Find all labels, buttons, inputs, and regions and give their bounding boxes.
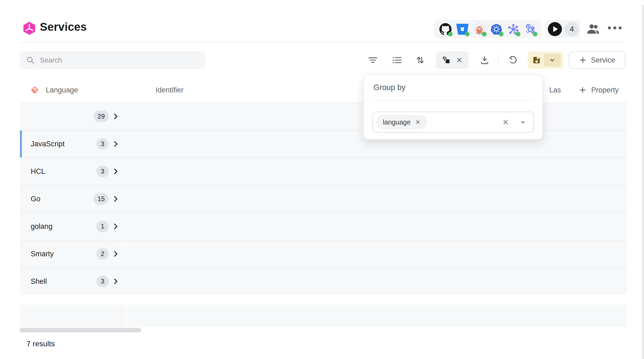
chevron-down-icon[interactable] — [519, 119, 526, 126]
kubernetes-integration-icon[interactable] — [490, 23, 502, 35]
group-cell[interactable]: golang 1 — [20, 213, 125, 240]
group-row-rest — [125, 240, 627, 267]
select-actions — [502, 119, 526, 126]
group-row-rest — [125, 268, 627, 295]
group-count-badge: 3 — [96, 275, 109, 287]
group-row[interactable]: golang 1 — [20, 212, 627, 240]
search-bar[interactable] — [20, 51, 205, 69]
filter-button[interactable] — [364, 51, 382, 69]
group-cell[interactable]: Go 15 — [20, 185, 125, 212]
plus-icon — [579, 86, 586, 94]
reset-button[interactable] — [505, 51, 522, 69]
status-dot-green — [516, 32, 520, 36]
group-count-badge: 29 — [93, 111, 109, 122]
group-label: HCL — [31, 167, 45, 176]
add-service-label: Service — [591, 56, 615, 64]
blueprint-cube-icon — [23, 22, 36, 35]
group-row-rest — [125, 158, 627, 185]
search-input[interactable] — [39, 56, 191, 65]
clear-select-icon[interactable] — [502, 119, 509, 126]
git-icon — [30, 85, 40, 95]
column-label: Las — [549, 86, 561, 94]
integrations-status-bar[interactable] — [434, 20, 542, 38]
group-row-rest — [125, 185, 627, 212]
header-divider — [20, 42, 624, 43]
chip-label: language — [383, 118, 411, 126]
group-count-badge: 1 — [96, 220, 109, 232]
save-options-caret[interactable] — [544, 54, 561, 67]
status-dot-green — [465, 32, 470, 36]
list-view-button[interactable] — [388, 51, 406, 69]
status-dot-green — [448, 32, 453, 36]
search-icon — [26, 56, 34, 64]
group-by-select[interactable]: language — [372, 112, 534, 133]
dot-icon — [619, 26, 622, 29]
add-property-label: Property — [591, 86, 619, 94]
group-cell[interactable]: 29 — [20, 103, 125, 130]
github-integration-icon[interactable] — [439, 23, 452, 35]
group-count-badge: 15 — [93, 193, 109, 205]
group-row-rest — [125, 213, 627, 240]
group-count-badge: 3 — [96, 165, 109, 177]
status-dot-green — [482, 32, 486, 36]
page-title: Services — [40, 20, 87, 33]
expand-chevron-icon[interactable] — [112, 140, 119, 147]
vertical-scrollbar[interactable] — [643, 5, 643, 359]
services-page: Services 4 — [0, 0, 644, 359]
status-dot-green — [533, 32, 537, 36]
hub-integration-icon[interactable] — [507, 23, 519, 35]
bitbucket-integration-icon[interactable] — [456, 23, 468, 35]
runs-count-badge: 4 — [565, 22, 579, 36]
add-property-button[interactable]: Property — [579, 79, 619, 101]
group-cell[interactable]: JavaScript 3 — [20, 130, 125, 157]
expand-chevron-icon[interactable] — [112, 223, 119, 230]
partial-row-right — [126, 305, 627, 327]
runs-indicator[interactable]: 4 — [545, 20, 580, 38]
play-icon[interactable] — [548, 22, 562, 36]
group-label: Shell — [31, 277, 47, 286]
group-row[interactable]: Smarty 2 — [20, 240, 627, 267]
status-dot-green — [499, 32, 503, 36]
column-label: Identifier — [156, 86, 184, 94]
group-label: Go — [31, 195, 40, 203]
group-count-badge: 2 — [96, 248, 109, 260]
group-by-popover: Group by language — [363, 74, 543, 140]
argocd-integration-icon[interactable] — [473, 23, 485, 35]
clear-group-by-icon[interactable] — [456, 57, 463, 64]
users-button[interactable] — [586, 22, 600, 36]
group-row[interactable]: Go 15 — [20, 185, 627, 212]
column-header-last-truncated[interactable]: Las — [549, 79, 562, 101]
expand-chevron-icon[interactable] — [112, 278, 119, 285]
popover-title: Group by — [373, 83, 405, 92]
popover-divider — [373, 100, 533, 101]
group-label: Smarty — [31, 250, 54, 258]
workflows-integration-icon[interactable] — [524, 23, 536, 35]
remove-chip-icon[interactable] — [415, 119, 421, 125]
download-button[interactable] — [476, 51, 493, 69]
column-header-identifier[interactable]: Identifier — [156, 79, 184, 101]
plus-icon — [579, 56, 587, 64]
sort-button[interactable] — [412, 51, 429, 69]
group-by-button[interactable] — [436, 51, 469, 69]
column-label: Language — [46, 86, 78, 94]
expand-chevron-icon[interactable] — [112, 113, 119, 120]
more-options-button[interactable] — [608, 26, 622, 29]
group-cell[interactable]: HCL 3 — [20, 158, 125, 185]
group-row[interactable]: HCL 3 — [20, 157, 627, 185]
expand-chevron-icon[interactable] — [112, 168, 119, 175]
save-view-button[interactable] — [528, 51, 563, 69]
dot-icon — [608, 26, 611, 29]
horizontal-scrollbar[interactable] — [20, 328, 141, 332]
group-cell[interactable]: Smarty 2 — [20, 240, 125, 267]
group-row[interactable]: Shell 3 — [20, 267, 627, 295]
group-cell[interactable]: Shell 3 — [20, 268, 125, 295]
add-service-button[interactable]: Service — [569, 51, 625, 69]
expand-chevron-icon[interactable] — [112, 250, 119, 257]
save-icon — [532, 55, 541, 65]
expand-chevron-icon[interactable] — [112, 195, 119, 202]
column-header-language[interactable]: Language — [30, 79, 78, 101]
group-by-chip[interactable]: language — [376, 115, 427, 129]
group-label: JavaScript — [31, 140, 65, 148]
group-label: golang — [31, 222, 52, 231]
group-by-icon — [442, 56, 451, 65]
